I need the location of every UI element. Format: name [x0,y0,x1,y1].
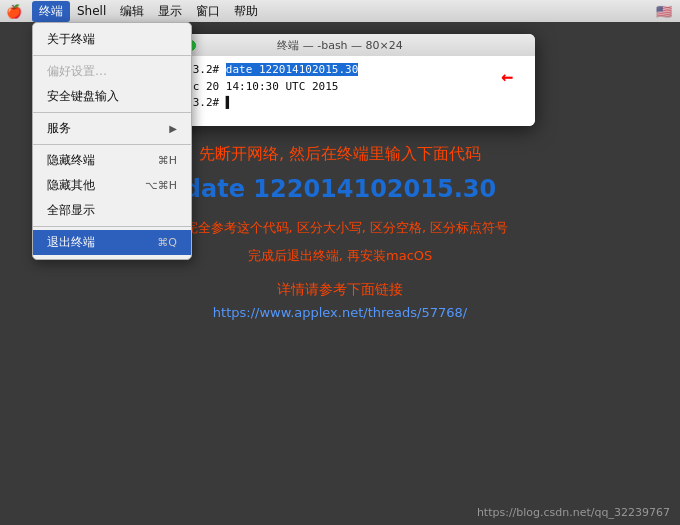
dropdown-item-about[interactable]: 关于终端 [33,27,191,52]
dropdown-item-hide-others[interactable]: 隐藏其他 ⌥⌘H [33,173,191,198]
dropdown-item-hide[interactable]: 隐藏终端 ⌘H [33,148,191,173]
arrow-indicator-icon: ← [501,64,513,88]
dropdown-divider-2 [33,112,191,113]
terminal-highlighted-command: date 122014102015.30 [226,63,358,76]
dropdown-item-quit[interactable]: 退出终端 ⌘Q [33,230,191,255]
language-flag-icon: 🇺🇸 [656,4,672,19]
submenu-arrow-icon: ▶ [169,123,177,134]
dropdown-item-preferences: 偏好设置… [33,59,191,84]
terminal-body[interactable]: -bash-3.2# date 122014102015.30 Sun Dec … [145,56,535,126]
menu-item-edit[interactable]: 编辑 [113,1,151,22]
sub-instruction-line1: 请完全参考这个代码, 区分大小写, 区分空格, 区分标点符号 [172,217,509,239]
terminal-line-2: Sun Dec 20 14:10:30 UTC 2015 [153,79,527,96]
dropdown-divider-3 [33,144,191,145]
dropdown-item-show-all[interactable]: 全部显示 [33,198,191,223]
terminal-menu-dropdown: 关于终端 偏好设置… 安全键盘输入 服务 ▶ 隐藏终端 ⌘H 隐藏其他 ⌥⌘H … [32,22,192,260]
command-display-text: date 122014102015.30 [184,175,496,203]
menu-item-shell[interactable]: Shell [70,2,113,20]
terminal-line-1: -bash-3.2# date 122014102015.30 [153,62,527,79]
detail-label-text: 详情请参考下面链接 [277,281,403,299]
menu-item-help[interactable]: 帮助 [227,1,265,22]
dropdown-item-services[interactable]: 服务 ▶ [33,116,191,141]
detail-link-text[interactable]: https://www.applex.net/threads/57768/ [213,305,467,320]
dropdown-divider-4 [33,226,191,227]
apple-logo-icon[interactable]: 🍎 [6,4,22,19]
menubar: 🍎 终端 Shell 编辑 显示 窗口 帮助 🇺🇸 [0,0,680,22]
terminal-titlebar: 终端 — -bash — 80×24 [145,34,535,56]
dropdown-item-secure-keyboard[interactable]: 安全键盘输入 [33,84,191,109]
sub-instruction-line2: 完成后退出终端, 再安装macOS [248,245,433,267]
terminal-line-3: -bash-3.2# ▌ [153,95,527,112]
main-instruction-text: 先断开网络, 然后在终端里输入下面代码 [199,144,481,165]
menu-item-window[interactable]: 窗口 [189,1,227,22]
terminal-window: 终端 — -bash — 80×24 -bash-3.2# date 12201… [145,34,535,126]
menu-item-view[interactable]: 显示 [151,1,189,22]
menu-item-terminal[interactable]: 终端 [32,1,70,22]
terminal-title: 终端 — -bash — 80×24 [277,38,403,53]
dropdown-divider [33,55,191,56]
watermark-text: https://blog.csdn.net/qq_32239767 [477,506,670,519]
